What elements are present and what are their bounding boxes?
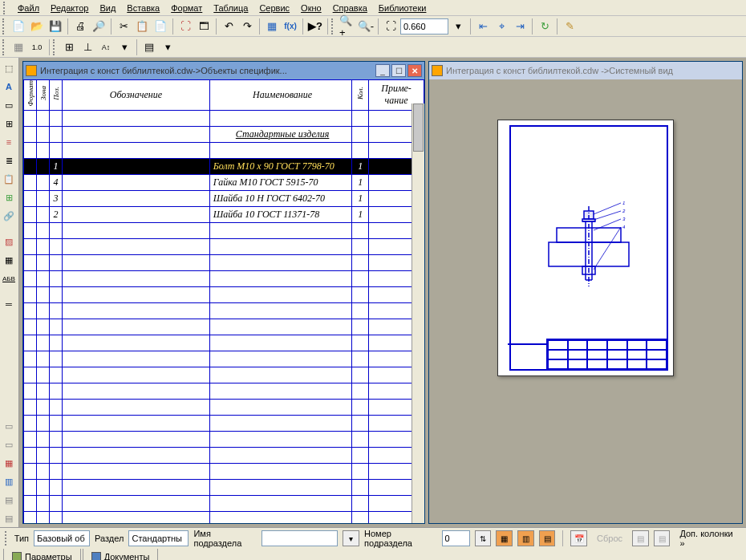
table-row[interactable]: 4Гайка М10 ГОСТ 5915-701 bbox=[24, 174, 424, 190]
table-row[interactable]: Стандартные изделия bbox=[24, 126, 424, 142]
tool-bottom4-icon[interactable]: ▥ bbox=[0, 473, 18, 490]
tool-bottom1-icon[interactable]: ▭ bbox=[0, 417, 18, 435]
table-row[interactable] bbox=[24, 286, 424, 302]
section-input[interactable] bbox=[128, 530, 189, 546]
table-row[interactable]: 2Шайба 10 ГОСТ 11371-781 bbox=[24, 206, 424, 222]
grid2-icon[interactable]: ▥ bbox=[517, 530, 534, 546]
subname-dropdown-icon[interactable]: ▾ bbox=[343, 530, 359, 546]
menu-help[interactable]: Справка bbox=[328, 2, 372, 14]
zoom-out-icon[interactable]: 🔍- bbox=[357, 18, 375, 35]
tool-bottom6-icon[interactable]: ▤ bbox=[0, 509, 18, 527]
help-icon[interactable]: ▶? bbox=[306, 18, 324, 35]
tool-bottom3-icon[interactable]: ▦ bbox=[0, 454, 18, 472]
grid5-icon[interactable]: ▤ bbox=[654, 530, 671, 546]
table-icon[interactable]: ▦ bbox=[263, 18, 281, 35]
spec-scrollbar[interactable] bbox=[412, 103, 424, 523]
drawing-canvas[interactable]: 1 2 3 4 bbox=[429, 79, 742, 523]
table-row[interactable] bbox=[24, 415, 424, 431]
refresh-icon[interactable]: ↻ bbox=[536, 18, 553, 35]
tool-bottom2-icon[interactable]: ▭ bbox=[0, 436, 18, 453]
table-row[interactable] bbox=[24, 254, 424, 270]
tool-pos-icon[interactable]: ⊞ bbox=[0, 115, 18, 132]
table-row[interactable]: 1Болт М10 x 90 ГОСТ 7798-701 bbox=[24, 158, 424, 174]
table-row[interactable] bbox=[24, 110, 424, 126]
grid-icon[interactable]: ▦ bbox=[10, 39, 27, 56]
tool-fill-icon[interactable]: ▦ bbox=[0, 251, 18, 269]
extra-cols-button[interactable]: Доп. колонки » bbox=[675, 527, 741, 550]
toolbar-handle[interactable] bbox=[2, 18, 7, 34]
table-row[interactable] bbox=[24, 431, 424, 447]
menu-format[interactable]: Формат bbox=[166, 2, 207, 14]
menu-table[interactable]: Таблица bbox=[209, 2, 253, 14]
table-row[interactable] bbox=[24, 495, 424, 511]
toolbar2-handle[interactable] bbox=[2, 39, 7, 55]
subnum-input[interactable] bbox=[442, 530, 470, 546]
props-icon[interactable]: 🗔 bbox=[195, 18, 213, 35]
tool-cad-icon[interactable]: ⊞ bbox=[0, 189, 18, 206]
zoom-input[interactable] bbox=[400, 18, 448, 34]
tool-abc-icon[interactable]: АБВ bbox=[0, 270, 18, 287]
tool-section-icon[interactable]: ▭ bbox=[0, 96, 18, 114]
style-icon[interactable]: ⛶ bbox=[176, 18, 194, 35]
table-row[interactable] bbox=[24, 383, 424, 399]
drawing-titlebar[interactable]: Интеграция с конст библилтекой.cdw ->Сис… bbox=[429, 62, 742, 79]
nav-right-icon[interactable]: ⇥ bbox=[511, 18, 529, 35]
cut-icon[interactable]: ✂ bbox=[115, 18, 132, 35]
tool-text-icon[interactable]: А bbox=[0, 78, 18, 95]
save-icon[interactable]: 💾 bbox=[47, 18, 64, 35]
params-handle[interactable] bbox=[5, 531, 10, 546]
reset-button[interactable]: Сброс bbox=[592, 532, 627, 545]
xy-icon[interactable]: 1.0 bbox=[28, 39, 46, 56]
menubar-handle[interactable] bbox=[3, 2, 8, 14]
tool-sep-icon[interactable]: ═ bbox=[0, 295, 18, 313]
table-row[interactable] bbox=[24, 270, 424, 286]
table-row[interactable] bbox=[24, 447, 424, 463]
menu-service[interactable]: Сервис bbox=[254, 2, 294, 14]
zoom-fit-icon[interactable]: ⛶ bbox=[382, 18, 399, 35]
tool-select-icon[interactable]: ⬚ bbox=[0, 59, 18, 77]
menu-file[interactable]: Файл bbox=[13, 2, 44, 14]
ortho-icon[interactable]: ⊥ bbox=[79, 39, 96, 56]
fx-icon[interactable]: f(x) bbox=[282, 18, 299, 35]
zoom-in-icon[interactable]: 🔍+ bbox=[339, 18, 356, 35]
menu-insert[interactable]: Вставка bbox=[122, 2, 164, 14]
table-row[interactable] bbox=[24, 399, 424, 415]
table-row[interactable] bbox=[24, 479, 424, 495]
grid4-icon[interactable]: ▤ bbox=[632, 530, 649, 546]
scroll-thumb[interactable] bbox=[413, 103, 424, 152]
tab-params[interactable]: Параметры bbox=[3, 549, 81, 560]
table-row[interactable] bbox=[24, 319, 424, 335]
table-row[interactable]: 3Шайба 10 Н ГОСТ 6402-701 bbox=[24, 190, 424, 206]
dropdown3-icon[interactable]: ▾ bbox=[159, 39, 176, 56]
cal-icon[interactable]: 📅 bbox=[570, 530, 587, 546]
tool-link-icon[interactable]: 🔗 bbox=[0, 207, 18, 225]
nav-center-icon[interactable]: ⌖ bbox=[493, 18, 510, 35]
link-icon[interactable]: A↕ bbox=[97, 39, 115, 56]
dropdown2-icon[interactable]: ▾ bbox=[116, 39, 133, 56]
type-input[interactable] bbox=[34, 530, 90, 546]
layer-icon[interactable]: ▤ bbox=[140, 39, 158, 56]
redo-icon[interactable]: ↷ bbox=[238, 18, 256, 35]
tool-spec1-icon[interactable]: ≡ bbox=[0, 133, 18, 151]
menu-libs[interactable]: Библиотеки bbox=[374, 2, 432, 14]
snap-icon[interactable]: ⊞ bbox=[60, 39, 78, 56]
brush-icon[interactable]: ✎ bbox=[561, 18, 578, 35]
subnum-spinner-icon[interactable]: ⇅ bbox=[475, 530, 492, 546]
grid1-icon[interactable]: ▦ bbox=[496, 530, 513, 546]
nav-left-icon[interactable]: ⇤ bbox=[474, 18, 492, 35]
preview-icon[interactable]: 🔎 bbox=[90, 18, 107, 35]
minimize-icon[interactable]: _ bbox=[375, 64, 390, 77]
table-row[interactable] bbox=[24, 463, 424, 479]
subname-input[interactable] bbox=[262, 530, 338, 546]
print-icon[interactable]: 🖨 bbox=[71, 18, 89, 35]
undo-icon[interactable]: ↶ bbox=[220, 18, 237, 35]
tab-docs[interactable]: Документы bbox=[83, 549, 159, 560]
grid3-icon[interactable]: ▤ bbox=[539, 530, 556, 546]
table-row[interactable] bbox=[24, 511, 424, 523]
maximize-icon[interactable]: ☐ bbox=[391, 64, 406, 77]
spec-table[interactable]: Формат Зона Поз. Обозначение Наименовани… bbox=[23, 79, 424, 523]
spec-titlebar[interactable]: Интеграция с конст библилтекой.cdw->Объе… bbox=[23, 62, 424, 79]
copy-icon[interactable]: 📋 bbox=[133, 18, 151, 35]
tool-bottom5-icon[interactable]: ▤ bbox=[0, 491, 18, 509]
table-row[interactable] bbox=[24, 222, 424, 238]
